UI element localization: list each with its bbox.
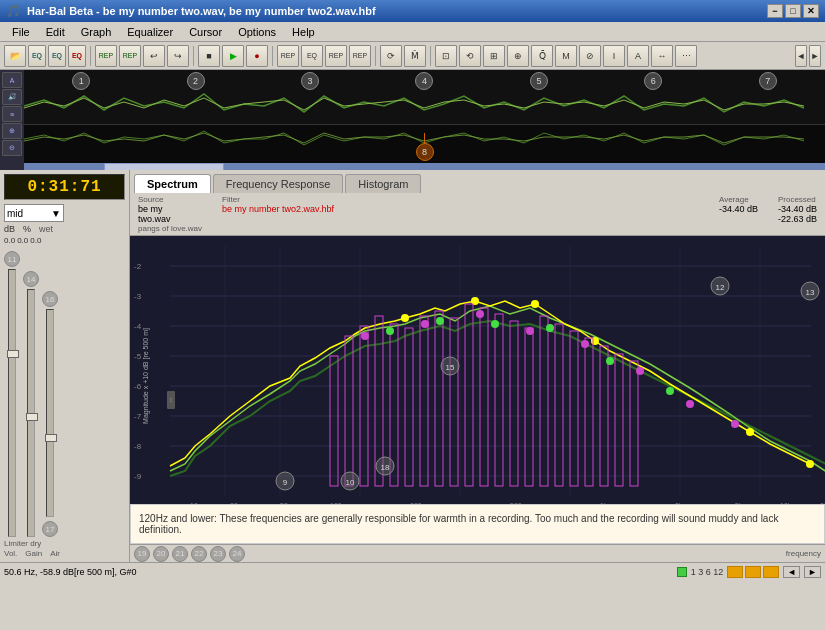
average-info: Average -34.40 dB: [719, 195, 758, 233]
toolbar-btn-rep1[interactable]: REP: [95, 45, 117, 67]
waveform-tool3[interactable]: ≡: [2, 106, 22, 122]
svg-point-74: [636, 367, 644, 375]
toolbar-btn-eq2[interactable]: EQ: [48, 45, 66, 67]
menu-help[interactable]: Help: [284, 25, 323, 39]
svg-text:-9: -9: [134, 472, 142, 481]
vol-gain-air: Vol. Gain Air: [4, 549, 125, 558]
svg-point-38: [531, 300, 539, 308]
status-btn-orange3[interactable]: [763, 566, 779, 578]
svg-point-67: [606, 357, 614, 365]
menu-cursor[interactable]: Cursor: [181, 25, 230, 39]
svg-text:-6: -6: [134, 382, 142, 391]
svg-text:15: 15: [446, 363, 455, 372]
toolbar-btn-q[interactable]: Q̃: [531, 45, 553, 67]
svg-text:-7: -7: [134, 412, 142, 421]
toolbar-btn-cursor2[interactable]: M̂: [404, 45, 426, 67]
toolbar-btn-rep5[interactable]: REP: [349, 45, 371, 67]
svg-point-71: [476, 310, 484, 318]
main-slider[interactable]: [8, 269, 16, 537]
sep1: [90, 46, 91, 66]
toolbar-btn-a[interactable]: A: [627, 45, 649, 67]
tabs-row: Spectrum Frequency Response Histogram: [130, 170, 825, 193]
svg-point-68: [666, 387, 674, 395]
toolbar-btn-rep3[interactable]: REP: [277, 45, 299, 67]
maximize-button[interactable]: □: [785, 4, 801, 18]
slider-label-11: 11: [4, 251, 20, 267]
main-slider-thumb[interactable]: [7, 350, 19, 358]
nav-next-button[interactable]: ►: [804, 566, 821, 578]
toolbar-btn-m[interactable]: M: [555, 45, 577, 67]
toolbar-btn-extra[interactable]: ⋯: [675, 45, 697, 67]
waveform-tool1[interactable]: A: [2, 72, 22, 88]
minimize-button[interactable]: −: [767, 4, 783, 18]
svg-text:10k: 10k: [780, 502, 792, 504]
menu-file[interactable]: File: [4, 25, 38, 39]
toolbar-btn-open[interactable]: 📂: [4, 45, 26, 67]
circle-11: 11: [4, 251, 20, 267]
svg-text:12: 12: [716, 283, 725, 292]
menu-equalizer[interactable]: Equalizer: [119, 25, 181, 39]
svg-text:13: 13: [806, 288, 815, 297]
info-text: 120Hz and lower: These frequencies are g…: [139, 513, 816, 535]
slider-16-thumb[interactable]: [45, 434, 57, 442]
toolbar: 📂 EQ EQ EQ REP REP ↩ ↪ ■ ▶ ● REP EQ REP …: [0, 42, 825, 70]
slider-16[interactable]: [46, 309, 54, 517]
toolbar-btn-eq4[interactable]: EQ: [301, 45, 323, 67]
waveform-tool5[interactable]: ⊖: [2, 140, 22, 156]
svg-point-72: [526, 327, 534, 335]
waveform-tool4[interactable]: ⊕: [2, 123, 22, 139]
scrollbar-thumb[interactable]: [104, 163, 224, 170]
svg-text:2k: 2k: [675, 502, 683, 504]
status-btn-orange1[interactable]: [727, 566, 743, 578]
toolbar-btn-stop[interactable]: ■: [198, 45, 220, 67]
toolbar-btn-play[interactable]: ▶: [222, 45, 244, 67]
toolbar-btn-redo[interactable]: ↪: [167, 45, 189, 67]
menu-graph[interactable]: Graph: [73, 25, 120, 39]
toolbar-btn-loop[interactable]: ⟲: [459, 45, 481, 67]
bottom-labels: Limiter dry Vol. Gain Air: [4, 539, 125, 558]
svg-text:-8: -8: [134, 442, 142, 451]
window-title: Har-Bal Beta - be my number two.wav, be …: [27, 5, 767, 17]
page-nums: 1 3 6 12: [691, 567, 724, 577]
toolbar-btn-snap[interactable]: ⊡: [435, 45, 457, 67]
toolbar-btn-rep2[interactable]: REP: [119, 45, 141, 67]
toolbar-btn-cursor1[interactable]: ⟳: [380, 45, 402, 67]
gain-slider-thumb[interactable]: [26, 413, 38, 421]
waveform-bottom[interactable]: 8: [24, 125, 825, 163]
toolbar-nav-right[interactable]: ►: [809, 45, 821, 67]
toolbar-btn-record[interactable]: ●: [246, 45, 268, 67]
tab-histogram[interactable]: Histogram: [345, 174, 421, 193]
toolbar-btn-rep4[interactable]: REP: [325, 45, 347, 67]
waveform-tool2[interactable]: 🔊: [2, 89, 22, 105]
close-button[interactable]: ✕: [803, 4, 819, 18]
toolbar-btn-grid[interactable]: ⊞: [483, 45, 505, 67]
channel-dropdown[interactable]: mid ▼: [4, 204, 64, 222]
nav-prev-button[interactable]: ◄: [783, 566, 800, 578]
status-buttons: [727, 566, 779, 578]
toolbar-btn-cross[interactable]: ⊘: [579, 45, 601, 67]
sep3: [272, 46, 273, 66]
svg-text:1k: 1k: [600, 502, 608, 504]
toolbar-btn-eq1[interactable]: EQ: [28, 45, 46, 67]
svg-text:20k: 20k: [820, 502, 825, 504]
toolbar-btn-undo[interactable]: ↩: [143, 45, 165, 67]
toolbar-nav-left[interactable]: ◄: [795, 45, 807, 67]
toolbar-btn-link[interactable]: ⊕: [507, 45, 529, 67]
toolbar-btn-arrow[interactable]: ↔: [651, 45, 673, 67]
toolbar-btn-eq3[interactable]: EQ: [68, 45, 86, 67]
toolbar-btn-i[interactable]: I: [603, 45, 625, 67]
freq-label: frequency: [786, 549, 821, 558]
circle-20: 20: [153, 546, 169, 562]
bottom-numbers-row: 19 20 21 22 23 24 frequency: [130, 544, 825, 562]
chart-area[interactable]: -2 -3 -4 -5 -6 -7 -8 -9 Magnitude x +10 …: [130, 236, 825, 504]
svg-point-66: [546, 324, 554, 332]
tab-spectrum[interactable]: Spectrum: [134, 174, 211, 193]
waveform-top[interactable]: 1 2 3 4 5 6 7: [24, 70, 825, 125]
menu-options[interactable]: Options: [230, 25, 284, 39]
menu-edit[interactable]: Edit: [38, 25, 73, 39]
tab-frequency-response[interactable]: Frequency Response: [213, 174, 344, 193]
svg-text:-3: -3: [134, 292, 142, 301]
h-scrollbar[interactable]: [24, 163, 825, 170]
status-btn-orange2[interactable]: [745, 566, 761, 578]
gain-slider[interactable]: [27, 289, 35, 537]
